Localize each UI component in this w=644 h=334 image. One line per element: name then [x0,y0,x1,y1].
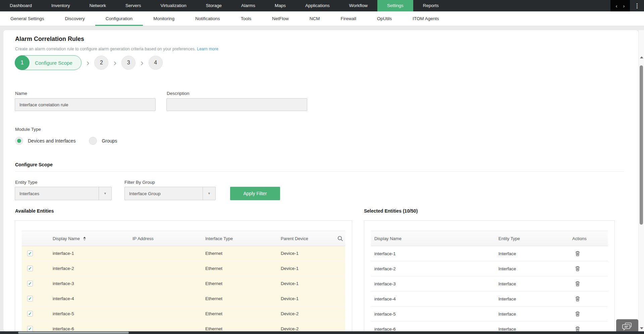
available-entity-row: ✓ interface-4 Ethernet Device-1 [22,291,345,307]
nav-scroll-right-icon[interactable]: › [623,3,625,9]
name-label: Name [15,91,27,96]
row-checkbox[interactable]: ✓ [27,311,33,317]
cell-display-name: interface-6 [53,326,132,331]
topnav-item[interactable]: Storage [196,0,231,11]
selected-entity-row: interface-6 Interface [371,322,608,331]
topnav-item[interactable]: Network [80,0,116,11]
cell-entity-type: Interface [495,296,569,301]
scroll-down-icon[interactable] [640,327,643,329]
radio-label: Groups [102,138,117,144]
cell-entity-type: Interface [495,251,569,256]
subnav-tab[interactable]: Discovery [55,11,95,26]
learn-more-link[interactable]: Learn more [197,47,218,51]
column-interface-type: Interface Type [205,236,281,241]
entity-type-dropdown[interactable]: Interfaces ▼ [15,187,112,200]
sort-asc-icon[interactable] [83,237,86,241]
nav-scroll-arrows: ‹ › [610,0,630,11]
entity-type-label: Entity Type [15,180,38,185]
wizard-step-wrap: › 2 [82,56,109,70]
topnav-item[interactable]: Applications [296,0,339,11]
subnav-tab[interactable]: Notifications [185,11,230,26]
name-input[interactable] [15,98,156,111]
page-title: Alarm Correlation Rules [15,36,84,43]
subnav-tab[interactable]: Configuration [95,11,143,26]
topnav-item-label: Dashboard [10,3,32,8]
subnav-tab[interactable]: Monitoring [143,11,185,26]
module-type-radio[interactable]: Groups [89,137,117,145]
subnav-tab[interactable]: Tools [230,11,262,26]
topnav-item[interactable]: Alarms [231,0,265,11]
nav-scroll-left-icon[interactable]: ‹ [616,3,618,9]
delete-entity-button[interactable] [575,265,581,272]
subnav-tab[interactable]: NCM [299,11,330,26]
wizard-step[interactable]: 1 Configure Scope [15,55,82,70]
subnav-tab[interactable]: NetFlow [262,11,299,26]
delete-entity-button[interactable] [575,295,581,302]
topnav-item[interactable]: Dashboard [0,0,42,11]
delete-entity-button[interactable] [575,311,581,317]
row-checkbox[interactable]: ✓ [27,281,33,286]
filter-by-group-dropdown[interactable]: Interface Group ▼ [124,187,216,200]
delete-entity-button[interactable] [575,280,581,287]
column-display-name: Display Name [371,236,495,241]
module-type-radio[interactable]: Devices and Interfaces [15,137,75,145]
selected-entity-row: interface-2 Interface [371,261,608,276]
description-input[interactable] [166,98,307,111]
selected-table-header: Display Name Entity Type Actions [371,231,608,246]
topnav-item-label: Servers [125,3,141,8]
wizard-steps: › 1 Configure Scope › 2 › 3 › 4 [15,55,163,70]
cell-display-name: interface-3 [53,281,132,286]
overflow-menu-icon[interactable]: ⋮ [630,2,644,9]
subnav-tab-label: Configuration [106,16,132,21]
topnav-item[interactable]: Maps [265,0,296,11]
top-navbar: Dashboard Inventory Network Servers Virt… [0,0,644,11]
delete-entity-button[interactable] [575,326,581,331]
column-ip-address: IP Address [132,236,205,241]
configure-scope-heading: Configure Scope [15,162,53,167]
apply-filter-button[interactable]: Apply Filter [230,187,280,200]
checkmark-icon: ✓ [28,281,32,286]
selected-entity-row: interface-5 Interface [371,307,608,322]
topnav-item[interactable]: Workflow [339,0,377,11]
module-type-options: Devices and Interfaces Groups [15,137,117,145]
subnav-tab[interactable]: ITOM Agents [402,11,449,26]
wizard-step-wrap: › 4 [136,56,163,70]
cell-interface-type: Ethernet [205,266,281,271]
column-display-name: Display Name [53,236,132,241]
topnav-item-label: Alarms [241,3,255,8]
topnav-item-label: Storage [206,3,222,8]
wizard-step[interactable]: 3 [121,56,136,70]
topnav-item[interactable]: Reports [413,0,448,11]
row-checkbox[interactable]: ✓ [27,296,33,301]
available-entity-row: ✓ interface-1 Ethernet Device-1 [22,246,345,261]
scroll-up-icon[interactable] [640,56,643,58]
subnav-tab-label: Monitoring [153,16,174,21]
row-checkbox[interactable]: ✓ [27,250,33,256]
available-entity-row: ✓ interface-3 Ethernet Device-1 [22,276,345,291]
row-checkbox[interactable]: ✓ [27,326,33,331]
topnav-item[interactable]: Inventory [42,0,80,11]
topnav-item[interactable]: Servers [116,0,151,11]
topnav-item[interactable]: Virtualization [151,0,196,11]
horizontal-scrollbar[interactable] [0,331,644,334]
cell-entity-type: Interface [495,312,569,317]
row-checkbox[interactable]: ✓ [27,266,33,271]
cell-interface-type: Ethernet [205,251,281,256]
horizontal-scrollbar-thumb[interactable] [18,332,129,334]
subnav-tab[interactable]: General Settings [0,11,55,26]
cell-display-name: interface-4 [53,296,132,301]
column-actions: Actions [569,236,608,241]
vertical-scrollbar-thumb[interactable] [640,65,643,225]
subnav-tab[interactable]: Firewall [330,11,367,26]
cell-parent-device: Device-1 [281,266,328,271]
available-table-header: Display Name IP Address Interface Type P… [22,231,345,246]
cell-display-name: interface-6 [371,327,495,332]
delete-entity-button[interactable] [575,250,581,257]
subnav-tab[interactable]: OpUtils [367,11,402,26]
wizard-step[interactable]: 2 [94,56,108,70]
wizard-step[interactable]: 4 [149,56,163,70]
topnav-item[interactable]: Settings [377,0,413,11]
vertical-scrollbar[interactable] [638,30,644,334]
section-divider [15,171,624,172]
search-icon[interactable] [337,236,343,241]
